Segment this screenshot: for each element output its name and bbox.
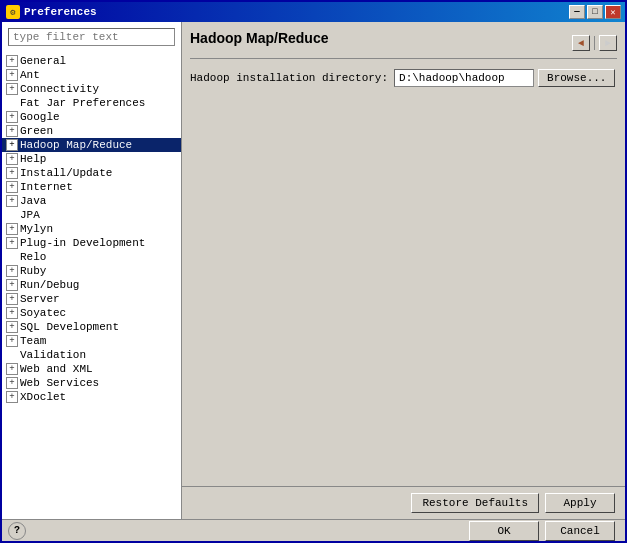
expand-icon: + [6,69,18,81]
tree-item-web-services[interactable]: +Web Services [2,376,181,390]
tree-item-server[interactable]: +Server [2,292,181,306]
tree-item-relo[interactable]: Relo [2,250,181,264]
tree-item-label: Mylyn [20,223,53,235]
tree-item-help[interactable]: +Help [2,152,181,166]
tree-item-jpa[interactable]: JPA [2,208,181,222]
expand-icon: + [6,195,18,207]
tree-item-team[interactable]: +Team [2,334,181,348]
tree-item-label: Web and XML [20,363,93,375]
spacer-icon [6,209,18,221]
tree-item-general[interactable]: +General [2,54,181,68]
expand-icon: + [6,167,18,179]
forward-button[interactable]: ► [599,35,617,51]
expand-icon: + [6,181,18,193]
expand-icon: + [6,125,18,137]
tree-item-google[interactable]: +Google [2,110,181,124]
separator [190,58,617,59]
tree-item-label: Server [20,293,60,305]
tree-item-connectivity[interactable]: +Connectivity [2,82,181,96]
tree-item-label: Hadoop Map/Reduce [20,139,132,151]
tree-item-label: Fat Jar Preferences [20,97,145,109]
bottom-right-panel: Restore Defaults Apply [182,486,625,519]
help-icon[interactable]: ? [8,522,26,540]
spacer-icon [6,97,18,109]
expand-icon: + [6,363,18,375]
expand-icon: + [6,293,18,305]
main-content: +General+Ant+ConnectivityFat Jar Prefere… [2,22,625,519]
spacer-icon [6,251,18,263]
window-title: Preferences [24,6,569,18]
hadoop-dir-row: Hadoop installation directory: Browse... [190,69,617,87]
browse-button[interactable]: Browse... [538,69,615,87]
tree-item-label: Ant [20,69,40,81]
tree-item-label: Help [20,153,46,165]
spacer-icon [6,349,18,361]
tree-item-run-debug[interactable]: +Run/Debug [2,278,181,292]
tree-item-sql-dev[interactable]: +SQL Development [2,320,181,334]
tree-item-plugin-dev[interactable]: +Plug-in Development [2,236,181,250]
tree-item-label: JPA [20,209,40,221]
title-bar-buttons: — □ ✕ [569,5,621,19]
tree-item-java[interactable]: +Java [2,194,181,208]
tree-item-install-update[interactable]: +Install/Update [2,166,181,180]
filter-input[interactable] [8,28,175,46]
back-button[interactable]: ◄ [572,35,590,51]
cancel-button[interactable]: Cancel [545,521,615,541]
right-panel: Hadoop Map/Reduce ◄ ► Hadoop installatio… [182,22,625,486]
tree-item-label: Soyatec [20,307,66,319]
tree-item-fat-jar[interactable]: Fat Jar Preferences [2,96,181,110]
tree-item-soyatec[interactable]: +Soyatec [2,306,181,320]
tree-item-label: SQL Development [20,321,119,333]
tree-item-hadoop[interactable]: +Hadoop Map/Reduce [2,138,181,152]
tree-item-xdoclet[interactable]: +XDoclet [2,390,181,404]
panel-title: Hadoop Map/Reduce [190,30,328,46]
tree-item-label: Validation [20,349,86,361]
close-button[interactable]: ✕ [605,5,621,19]
expand-icon: + [6,111,18,123]
minimize-button[interactable]: — [569,5,585,19]
tree-item-label: Google [20,111,60,123]
restore-defaults-button[interactable]: Restore Defaults [411,493,539,513]
tree-item-ant[interactable]: +Ant [2,68,181,82]
ok-button[interactable]: OK [469,521,539,541]
tree-container: +General+Ant+ConnectivityFat Jar Prefere… [2,52,181,519]
expand-icon: + [6,237,18,249]
content-area [190,95,617,478]
expand-icon: + [6,55,18,67]
tree-item-label: Run/Debug [20,279,79,291]
tree-item-validation[interactable]: Validation [2,348,181,362]
tree-item-ruby[interactable]: +Ruby [2,264,181,278]
hadoop-dir-label: Hadoop installation directory: [190,72,388,84]
expand-icon: + [6,321,18,333]
expand-icon: + [6,335,18,347]
tree-item-mylyn[interactable]: +Mylyn [2,222,181,236]
title-bar: ⚙ Preferences — □ ✕ [2,2,625,22]
tree-item-label: Team [20,335,46,347]
tree-item-label: Green [20,125,53,137]
tree-item-label: Install/Update [20,167,112,179]
status-bar: ? OK Cancel [2,519,625,541]
expand-icon: + [6,153,18,165]
window-icon: ⚙ [6,5,20,19]
left-panel: +General+Ant+ConnectivityFat Jar Prefere… [2,22,182,519]
tree-item-label: Connectivity [20,83,99,95]
expand-icon: + [6,377,18,389]
tree-item-label: XDoclet [20,391,66,403]
tree-item-label: Java [20,195,46,207]
tree-item-label: Web Services [20,377,99,389]
preferences-window: ⚙ Preferences — □ ✕ +General+Ant+Connect… [0,0,627,543]
nav-divider [594,36,595,50]
tree-item-label: Internet [20,181,73,193]
tree-item-web-xml[interactable]: +Web and XML [2,362,181,376]
expand-icon: + [6,139,18,151]
expand-icon: + [6,223,18,235]
right-top: Hadoop Map/Reduce ◄ ► [190,30,617,56]
apply-button[interactable]: Apply [545,493,615,513]
maximize-button[interactable]: □ [587,5,603,19]
tree-item-internet[interactable]: +Internet [2,180,181,194]
expand-icon: + [6,279,18,291]
tree-item-green[interactable]: +Green [2,124,181,138]
hadoop-dir-input[interactable] [394,69,534,87]
tree-item-label: Relo [20,251,46,263]
tree-item-label: Plug-in Development [20,237,145,249]
